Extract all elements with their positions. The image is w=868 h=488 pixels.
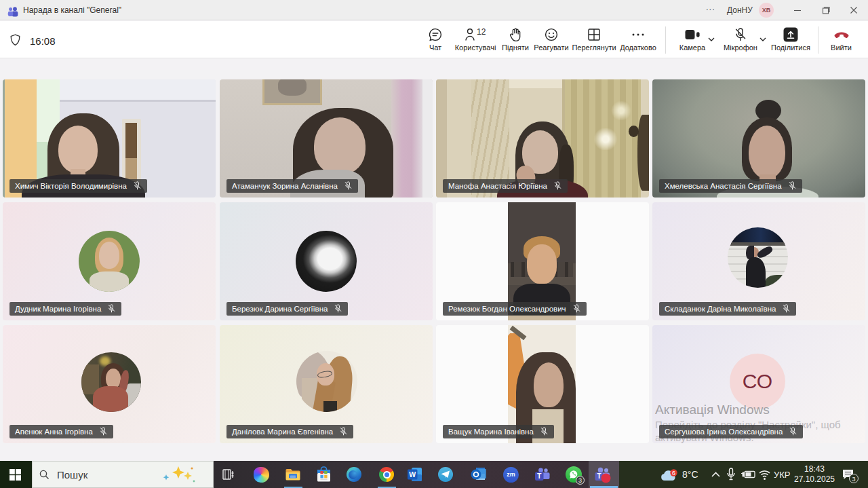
svg-text:6: 6: [672, 470, 675, 476]
svg-text:T: T: [537, 472, 542, 480]
svg-text:T: T: [597, 472, 601, 480]
svg-text:W: W: [409, 470, 416, 478]
svg-text:12: 12: [477, 27, 486, 37]
